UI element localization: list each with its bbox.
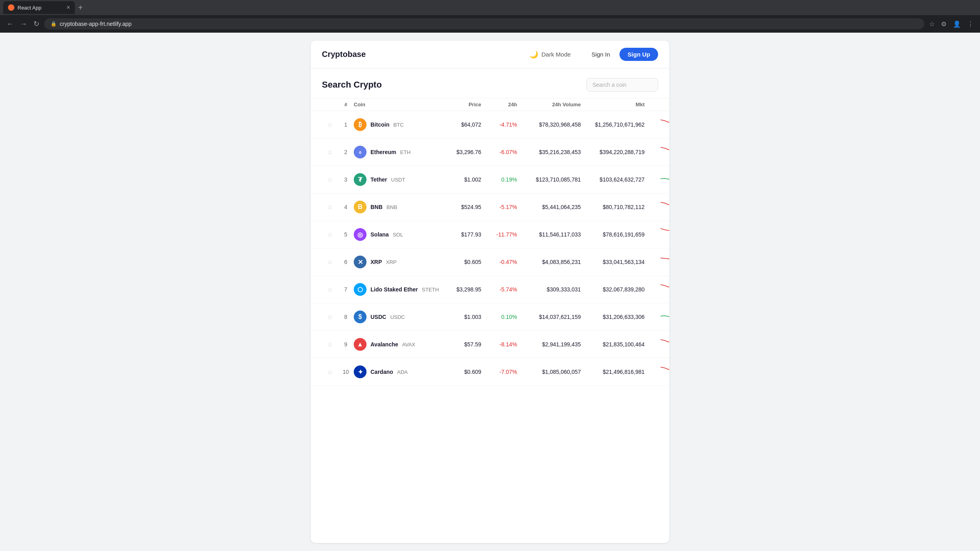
search-input[interactable] (586, 78, 658, 92)
rank-cell: 7 (338, 286, 354, 293)
price-cell: $57.59 (441, 341, 481, 348)
coin-name: BNB (370, 204, 382, 210)
coin-cell: ✦ Cardano ADA (354, 365, 441, 378)
mkt-cell: $21,835,100,464 (581, 341, 645, 348)
change-24h-cell: -11.77% (481, 231, 517, 238)
sparkline-cell (645, 254, 669, 270)
favorite-icon[interactable]: ☆ (327, 369, 333, 375)
sparkline-chart (661, 172, 669, 188)
coin-info: XRP (370, 259, 382, 265)
change-24h-cell: -6.07% (481, 149, 517, 155)
sparkline-chart (661, 144, 669, 160)
volume-cell: $78,320,968,458 (517, 121, 581, 128)
menu-button[interactable]: ⋮ (966, 19, 975, 29)
star-cell[interactable]: ☆ (322, 368, 338, 376)
table-row: ☆ 5 ◎ Solana SOL $177.93 -11.77% $11,546… (311, 221, 669, 248)
coin-icon: ₿ (354, 118, 367, 131)
active-tab[interactable]: React App × (3, 1, 75, 14)
star-cell[interactable]: ☆ (322, 313, 338, 321)
coin-info: Lido Staked Ether (370, 286, 418, 293)
favorite-icon[interactable]: ☆ (327, 259, 333, 266)
coin-info: BNB (370, 204, 382, 210)
coin-info: Ethereum (370, 149, 396, 155)
price-cell: $1.003 (441, 314, 481, 320)
price-cell: $177.93 (441, 231, 481, 238)
favorite-icon[interactable]: ☆ (327, 341, 333, 348)
favorite-icon[interactable]: ☆ (327, 149, 333, 156)
volume-cell: $4,083,856,231 (517, 259, 581, 265)
price-cell: $524.95 (441, 204, 481, 210)
mkt-cell: $33,041,563,134 (581, 259, 645, 265)
forward-button[interactable]: → (18, 18, 29, 30)
favorite-icon[interactable]: ☆ (327, 121, 333, 128)
app-container: Cryptobase 🌙 Dark Mode Sign In Sign Up S… (311, 41, 669, 543)
profile-button[interactable]: 👤 (951, 19, 962, 29)
refresh-button[interactable]: ↻ (32, 18, 41, 30)
change-24h-cell: -7.07% (481, 369, 517, 375)
tab-favicon (8, 4, 14, 11)
star-cell[interactable]: ☆ (322, 148, 338, 156)
col-header-coin: Coin (354, 102, 441, 107)
change-24h-cell: 0.10% (481, 314, 517, 320)
star-cell[interactable]: ☆ (322, 286, 338, 293)
star-cell[interactable]: ☆ (322, 203, 338, 211)
sparkline-cell (645, 227, 669, 242)
sparkline-cell (645, 364, 669, 380)
coin-info: Tether (370, 176, 387, 183)
favorite-icon[interactable]: ☆ (327, 176, 333, 183)
bookmark-button[interactable]: ☆ (927, 19, 936, 29)
coin-icon: ⬨ (354, 146, 367, 158)
sparkline-cell (645, 336, 669, 352)
star-cell[interactable]: ☆ (322, 121, 338, 129)
star-cell[interactable]: ☆ (322, 341, 338, 348)
coin-cell: ⬨ Ethereum ETH (354, 146, 441, 158)
sign-up-button[interactable]: Sign Up (619, 48, 658, 61)
app-logo: Cryptobase (322, 50, 366, 59)
sparkline-chart (661, 364, 669, 380)
volume-cell: $1,085,060,057 (517, 369, 581, 375)
table-row: ☆ 2 ⬨ Ethereum ETH $3,296.76 -6.07% $35,… (311, 139, 669, 166)
favorite-icon[interactable]: ☆ (327, 231, 333, 238)
favorite-icon[interactable]: ☆ (327, 204, 333, 211)
coin-cell: ₿ Bitcoin BTC (354, 118, 441, 131)
coin-info: Solana (370, 231, 389, 238)
volume-cell: $11,546,117,033 (517, 231, 581, 238)
coin-cell: $ USDC USDC (354, 311, 441, 323)
rank-cell: 1 (338, 121, 354, 128)
col-header-24h: 24h (481, 102, 517, 107)
back-button[interactable]: ← (5, 18, 15, 30)
rank-cell: 2 (338, 149, 354, 155)
coin-icon: ₮ (354, 173, 367, 186)
volume-cell: $123,710,085,781 (517, 176, 581, 183)
volume-cell: $5,441,064,235 (517, 204, 581, 210)
sparkline-chart (661, 254, 669, 270)
search-section: Search Crypto (311, 68, 669, 98)
coin-cell: ⬡ Lido Staked Ether STETH (354, 283, 441, 296)
dark-mode-toggle[interactable]: 🌙 Dark Mode (529, 50, 570, 59)
star-cell[interactable]: ☆ (322, 258, 338, 266)
extensions-button[interactable]: ⚙ (939, 19, 948, 29)
address-bar[interactable]: 🔒 cryptobase-app-frt.netlify.app (44, 18, 924, 29)
app-header: Cryptobase 🌙 Dark Mode Sign In Sign Up (311, 41, 669, 68)
sparkline-chart (661, 336, 669, 352)
star-cell[interactable]: ☆ (322, 231, 338, 238)
coin-name: Bitcoin (370, 121, 389, 128)
rank-cell: 5 (338, 231, 354, 238)
table-body: ☆ 1 ₿ Bitcoin BTC $64,072 -4.71% $78,320… (311, 111, 669, 386)
col-header-rank: # (338, 102, 354, 107)
url-text: cryptobase-app-frt.netlify.app (60, 21, 131, 27)
sparkline-cell (645, 117, 669, 133)
table-row: ☆ 10 ✦ Cardano ADA $0.609 -7.07% $1,085,… (311, 358, 669, 386)
sparkline-chart (661, 199, 669, 215)
coin-name: Solana (370, 231, 389, 238)
sign-in-button[interactable]: Sign In (587, 49, 615, 60)
volume-cell: $35,216,238,453 (517, 149, 581, 155)
mkt-cell: $31,206,633,306 (581, 314, 645, 320)
price-cell: $3,296.76 (441, 149, 481, 155)
favorite-icon[interactable]: ☆ (327, 286, 333, 293)
tab-close-button[interactable]: × (67, 4, 70, 11)
star-cell[interactable]: ☆ (322, 176, 338, 184)
coin-symbol: XRP (386, 259, 397, 265)
new-tab-button[interactable]: + (76, 2, 84, 14)
favorite-icon[interactable]: ☆ (327, 314, 333, 320)
